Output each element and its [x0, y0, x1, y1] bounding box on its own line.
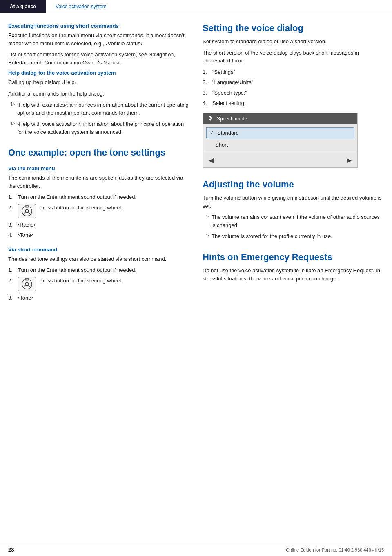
voice-dialog-step-2: 2. "Language/Units" [203, 78, 384, 87]
nav-left-icon: ◀ [209, 156, 214, 164]
help-bullet-2-text: ›Help with voice activation‹: informatio… [17, 120, 189, 136]
executing-functions-title: Executing functions using short commands [8, 23, 189, 29]
one-example-title: One example: open the tone settings [8, 147, 189, 158]
main-menu-step-2: 2. ((• [8, 204, 189, 218]
voice-dialog-step-1: 1. "Settings" [203, 68, 384, 76]
via-main-menu-steps: 1. Turn on the Entertainment sound outpu… [8, 193, 189, 239]
emergency-title: Hints on Emergency Requests [203, 252, 384, 262]
via-short-command-steps: 1. Turn on the Entertainment sound outpu… [8, 266, 189, 302]
bullet-arrow-icon-2: ▷ [11, 120, 15, 136]
main-content: Executing functions using short commands… [0, 13, 392, 321]
svg-line-10 [23, 285, 26, 287]
via-short-command-para: The desired tone settings can also be st… [8, 255, 189, 263]
voice-dialog-step-4: 4. Select setting. [203, 99, 384, 107]
bullet-arrow-icon-1: ▷ [11, 101, 15, 117]
voice-dialog-step-3: 3. "Speech type:" [203, 89, 384, 97]
page-header: At a glance Voice activation system [0, 0, 392, 13]
executing-functions-para2: List of short commands for the voice act… [8, 51, 189, 67]
voice-dialog-title: Setting the voice dialog [203, 23, 384, 33]
checkmark-icon: ✓ [210, 130, 214, 136]
volume-bullet-arrow-1: ▷ [206, 214, 209, 229]
svg-text:((•: ((• [26, 205, 28, 207]
via-main-menu-title: Via the main menu [8, 165, 189, 171]
help-bullet-1: ▷ ›Help with examples‹: announces inform… [8, 101, 189, 117]
emergency-section: Hints on Emergency Requests Do not use t… [203, 252, 384, 282]
steering-wheel-icon-2: ((• [18, 277, 36, 291]
executing-functions-para1: Execute functions on the main menu via s… [8, 31, 189, 47]
svg-line-3 [23, 212, 26, 214]
voice-dialog-para2: The short version of the voice dialog pl… [203, 49, 384, 65]
via-main-menu-para: The commands of the menu items are spoke… [8, 174, 189, 190]
help-dialog-title: Help dialog for the voice activation sys… [8, 70, 189, 76]
main-menu-step-3: 3. ›Radio‹ [8, 221, 189, 229]
speech-mode-short: Short [203, 139, 357, 150]
speech-mode-nav: ◀ ▶ [203, 153, 357, 167]
short-cmd-step-2-text: Press button on the steering wheel. [39, 277, 122, 285]
volume-para: Turn the volume button while giving an i… [203, 194, 384, 210]
svg-line-11 [29, 285, 31, 287]
short-cmd-step-1: 1. Turn on the Entertainment sound outpu… [8, 266, 189, 274]
short-cmd-step-2: 2. ((• [8, 277, 189, 291]
help-dialog-section: Help dialog for the voice activation sys… [8, 70, 189, 136]
main-menu-step-4: 4. ›Tone‹ [8, 231, 189, 239]
page-footer: 28 Online Edition for Part no. 01 40 2 9… [0, 543, 392, 556]
voice-dialog-section: Setting the voice dialog Set system to s… [203, 23, 384, 168]
help-dialog-para2: Additional commands for the help dialog: [8, 90, 189, 98]
emergency-para: Do not use the voice activation system t… [203, 267, 384, 282]
one-example-section: One example: open the tone settings Via … [8, 147, 189, 302]
voice-dialog-para1: Set system to standard dialog or use a s… [203, 38, 384, 46]
speech-mode-header: 🎙 Speech mode [203, 113, 357, 124]
footer-info: Online Edition for Part no. 01 40 2 960 … [286, 547, 384, 552]
svg-point-1 [25, 209, 29, 213]
main-menu-step-2-text: Press button on the steering wheel. [39, 204, 122, 212]
svg-point-8 [25, 282, 29, 286]
speech-mode-short-label: Short [215, 142, 228, 148]
speech-mode-standard-label: Standard [217, 130, 239, 136]
executing-functions-section: Executing functions using short commands… [8, 23, 189, 67]
speech-mode-standard: ✓ Standard [206, 127, 354, 138]
svg-line-4 [29, 212, 31, 214]
voice-dialog-steps: 1. "Settings" 2. "Language/Units" 3. "Sp… [203, 68, 384, 107]
short-cmd-step-3: 3. ›Tone‹ [8, 294, 189, 302]
volume-bullet-1-text: The volume remains constant even if the … [212, 213, 384, 229]
help-bullet-2: ▷ ›Help with voice activation‹: informat… [8, 120, 189, 136]
tab-voice-activation[interactable]: Voice activation system [46, 0, 116, 13]
help-dialog-para1: Calling up help dialog: ›Help‹ [8, 78, 189, 87]
page-number: 28 [8, 547, 14, 553]
volume-bullet-2-text: The volume is stored for the profile cur… [212, 232, 332, 240]
right-column: Setting the voice dialog Set system to s… [203, 23, 384, 305]
left-column: Executing functions using short commands… [8, 23, 189, 305]
speech-mode-dialog: 🎙 Speech mode ✓ Standard Short ◀ ▶ [203, 113, 358, 168]
speech-mode-body: ✓ Standard Short [203, 124, 357, 153]
via-short-command-title: Via short command [8, 247, 189, 253]
tab-at-a-glance[interactable]: At a glance [0, 0, 46, 13]
volume-bullet-arrow-2: ▷ [206, 233, 209, 240]
main-menu-step-1: 1. Turn on the Entertainment sound outpu… [8, 193, 189, 201]
volume-title: Adjusting the volume [203, 179, 384, 190]
svg-text:((•: ((• [26, 278, 28, 280]
nav-right-icon: ▶ [347, 156, 352, 164]
volume-bullet-1: ▷ The volume remains constant even if th… [203, 213, 384, 229]
speech-mode-header-label: Speech mode [217, 116, 247, 122]
volume-bullet-2: ▷ The volume is stored for the profile c… [203, 232, 384, 240]
steering-wheel-icon: ((• [18, 204, 36, 218]
volume-section: Adjusting the volume Turn the volume but… [203, 179, 384, 240]
speech-mode-icon: 🎙 [208, 116, 214, 122]
help-bullet-1-text: ›Help with examples‹: announces informat… [17, 101, 189, 117]
